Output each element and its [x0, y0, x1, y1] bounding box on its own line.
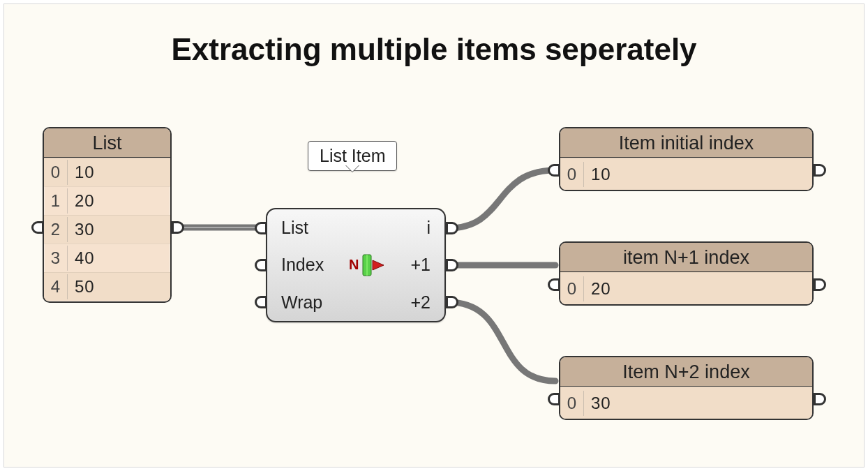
port-out-icon[interactable] — [446, 296, 458, 308]
row-index: 2 — [44, 217, 68, 242]
row-index: 0 — [560, 276, 584, 301]
row-value: 20 — [68, 191, 170, 211]
row-value: 50 — [68, 277, 170, 297]
component-icon: N — [343, 253, 391, 277]
panel-rows: 010 — [560, 158, 812, 190]
row-index: 3 — [44, 246, 68, 271]
svg-marker-3 — [373, 260, 384, 270]
input-index[interactable]: Index — [267, 255, 343, 275]
output-plus-2[interactable]: +2 — [391, 292, 444, 313]
table-row: 450 — [44, 272, 170, 301]
row-index: 0 — [560, 391, 584, 416]
row-value: 30 — [584, 394, 812, 413]
panel-header: List — [44, 128, 170, 158]
port-out-icon[interactable] — [814, 164, 826, 177]
table-row: 230 — [44, 215, 170, 244]
panel-source-list[interactable]: List 010120230340450 — [43, 127, 172, 303]
panel-rows: 010120230340450 — [44, 158, 170, 301]
row-value: 40 — [68, 248, 170, 268]
row-index: 0 — [44, 160, 68, 185]
panel-output-2[interactable]: Item N+2 index 030 — [559, 356, 814, 420]
port-out-icon[interactable] — [814, 393, 826, 405]
port-in-icon[interactable] — [548, 164, 560, 177]
diagram-title: Extracting multiple items seperately — [4, 32, 864, 67]
table-row: 340 — [44, 244, 170, 272]
port-in-icon[interactable] — [548, 393, 560, 405]
port-in-icon[interactable] — [548, 278, 560, 291]
port-in-icon[interactable] — [255, 222, 267, 234]
port-in-icon[interactable] — [255, 296, 267, 308]
panel-header: Item initial index — [560, 128, 812, 158]
table-row: 010 — [560, 158, 812, 190]
row-index: 1 — [44, 188, 68, 214]
row-index: 0 — [560, 162, 584, 187]
port-out-icon[interactable] — [446, 259, 458, 271]
component-list-item[interactable]: List Index Wrap i +1 +2 N — [266, 208, 446, 322]
input-wrap[interactable]: Wrap — [267, 292, 343, 313]
row-value: 20 — [584, 279, 812, 299]
port-out-icon[interactable] — [446, 222, 458, 234]
table-row: 010 — [44, 158, 170, 186]
table-row: 030 — [560, 387, 812, 419]
panel-output-0[interactable]: Item initial index 010 — [559, 127, 814, 191]
panel-header: item N+1 index — [560, 243, 812, 272]
svg-text:N: N — [349, 257, 359, 272]
panel-output-1[interactable]: item N+1 index 020 — [559, 241, 814, 306]
port-out-icon[interactable] — [814, 278, 826, 291]
port-in-icon[interactable] — [31, 221, 44, 234]
port-in-icon[interactable] — [255, 259, 267, 271]
diagram-frame: Extracting multiple items seperately Lis… — [3, 3, 865, 468]
row-value: 10 — [584, 165, 812, 184]
component-label-tooltip: List Item — [308, 141, 397, 171]
panel-header: Item N+2 index — [560, 357, 812, 387]
panel-rows: 020 — [560, 272, 812, 304]
port-out-icon[interactable] — [172, 221, 184, 234]
row-value: 30 — [68, 220, 170, 239]
output-i[interactable]: i — [391, 218, 444, 238]
output-plus-1[interactable]: +1 — [391, 255, 444, 275]
table-row: 120 — [44, 186, 170, 215]
table-row: 020 — [560, 272, 812, 304]
input-list[interactable]: List — [267, 218, 343, 238]
tooltip-text: List Item — [320, 146, 385, 165]
panel-rows: 030 — [560, 387, 812, 419]
row-index: 4 — [44, 274, 68, 299]
row-value: 10 — [68, 163, 170, 182]
